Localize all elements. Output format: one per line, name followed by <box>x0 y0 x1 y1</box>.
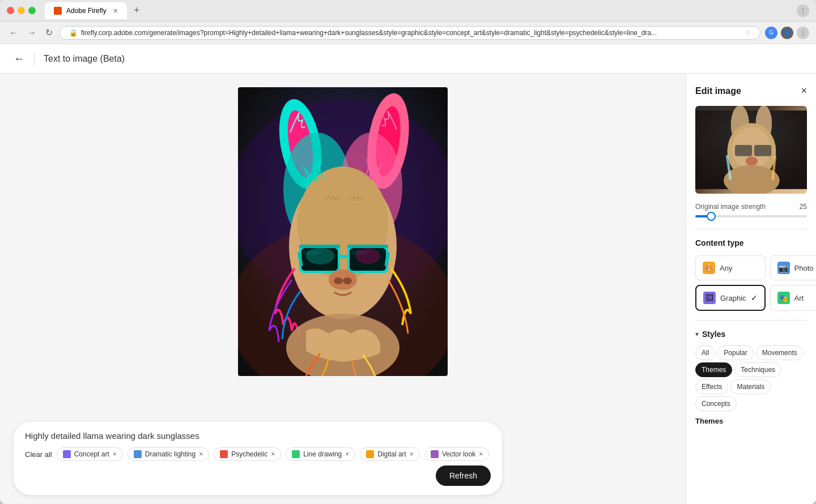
prompt-text[interactable]: Highly detailed llama wearing dark sungl… <box>25 431 491 441</box>
tab-close-icon[interactable]: × <box>113 6 118 15</box>
tab-bar: Adobe Firefly × + <box>45 2 792 19</box>
svg-point-16 <box>355 248 380 264</box>
style-tab-concepts[interactable]: Concepts <box>695 396 737 411</box>
svg-point-22 <box>329 270 357 290</box>
remove-concept-art-tag[interactable]: × <box>113 450 117 458</box>
panel-title: Edit image <box>695 86 741 96</box>
image-area: ✦ Highly detailed llama wearing dark sun… <box>0 74 686 504</box>
new-tab-button[interactable]: + <box>129 5 144 16</box>
page-title: Text to image (Beta) <box>44 54 125 64</box>
remove-line-drawing-tag[interactable]: × <box>345 450 349 458</box>
slider-value: 25 <box>800 203 807 211</box>
photo-icon: 📷 <box>777 262 790 274</box>
styles-section: ▾ Styles All Popular Movements Themes Te… <box>695 330 807 425</box>
browser-window: Adobe Firefly × + ⋮ ← → ↻ 🔒 firefly.corp… <box>0 0 816 504</box>
svg-rect-33 <box>735 145 752 156</box>
art-label: Art <box>794 294 804 302</box>
vector-look-icon <box>431 450 439 458</box>
svg-point-15 <box>306 247 334 264</box>
line-drawing-icon <box>292 450 300 458</box>
prompt-section: Highly detailed llama wearing dark sungl… <box>0 413 516 504</box>
tag-concept-art: Concept art × <box>57 447 123 461</box>
svg-point-24 <box>343 277 352 284</box>
content-type-section: Content type 🎨 Any 📷 Photo 🖼 Graphic ✓ <box>695 238 807 311</box>
remove-digital-art-tag[interactable]: × <box>410 450 414 458</box>
any-label: Any <box>720 264 732 272</box>
slider-thumb[interactable] <box>707 212 716 221</box>
svg-point-23 <box>334 277 343 284</box>
remove-vector-look-tag[interactable]: × <box>479 450 483 458</box>
slider-section: Original image strength 25 <box>695 203 807 217</box>
tag-concept-art-label: Concept art <box>74 450 109 458</box>
photo-label: Photo <box>794 264 814 272</box>
content-type-any[interactable]: 🎨 Any <box>695 255 766 280</box>
style-tab-themes[interactable]: Themes <box>695 362 732 377</box>
content-type-art[interactable]: 🎭 Art <box>770 285 816 311</box>
panel-close-button[interactable]: × <box>801 85 807 97</box>
svg-rect-17 <box>340 255 348 258</box>
chevron-down-icon[interactable]: ▾ <box>695 330 699 338</box>
active-tab[interactable]: Adobe Firefly × <box>45 2 127 19</box>
close-traffic-light[interactable] <box>7 7 14 14</box>
browser-menu-button[interactable]: ⋮ <box>797 5 809 17</box>
app-back-button[interactable]: ← <box>14 52 25 65</box>
clear-all-button[interactable]: Clear all <box>25 450 52 459</box>
thumbnail-image <box>695 106 807 194</box>
refresh-button[interactable]: Refresh <box>436 465 491 486</box>
minimize-traffic-light[interactable] <box>18 7 25 14</box>
generated-image: ✦ <box>238 87 448 376</box>
remove-dramatic-lighting-tag[interactable]: × <box>199 450 203 458</box>
browser-settings-button[interactable]: ⋮ <box>797 27 809 39</box>
content-type-grid: 🎨 Any 📷 Photo 🖼 Graphic ✓ 🎭 Art <box>695 255 807 311</box>
styles-divider <box>695 320 807 321</box>
svg-rect-34 <box>754 145 771 156</box>
style-tab-materials[interactable]: Materials <box>730 379 771 394</box>
styles-title: Styles <box>702 330 725 339</box>
app-header: ← Text to image (Beta) <box>0 44 816 74</box>
tag-dramatic-lighting-label: Dramatic lighting <box>145 450 196 458</box>
content-type-title: Content type <box>695 238 807 247</box>
profile-button[interactable]: 👤 <box>781 27 793 39</box>
extensions-button[interactable]: G <box>765 27 777 39</box>
bookmark-icon[interactable]: ☆ <box>745 29 751 37</box>
style-tab-techniques[interactable]: Techniques <box>734 362 781 377</box>
style-tab-popular[interactable]: Popular <box>717 345 753 360</box>
graphic-check-icon: ✓ <box>751 293 758 302</box>
tag-vector-look: Vector look × <box>424 447 489 461</box>
edit-panel: Edit image × <box>686 74 816 504</box>
prompt-container: Highly detailed llama wearing dark sungl… <box>14 422 502 495</box>
tag-psychedelic: Psychedelic × <box>214 447 281 461</box>
tag-psychedelic-label: Psychedelic <box>231 450 267 458</box>
content-type-photo[interactable]: 📷 Photo <box>770 255 816 280</box>
fullscreen-traffic-light[interactable] <box>28 7 36 14</box>
styles-header: ▾ Styles <box>695 330 807 339</box>
header-divider <box>34 52 35 66</box>
content-divider <box>695 229 807 229</box>
psychedelic-icon <box>220 450 228 458</box>
slider-label-row: Original image strength 25 <box>695 203 807 211</box>
forward-nav-button[interactable]: → <box>25 25 39 40</box>
title-bar: Adobe Firefly × + ⋮ <box>0 0 816 22</box>
any-icon: 🎨 <box>703 262 715 274</box>
svg-rect-19 <box>347 245 388 248</box>
style-tab-all[interactable]: All <box>695 345 715 360</box>
tag-dramatic-lighting: Dramatic lighting × <box>128 447 209 461</box>
remove-psychedelic-tag[interactable]: × <box>271 450 275 458</box>
style-tab-effects[interactable]: Effects <box>695 379 728 394</box>
address-bar: ← → ↻ 🔒 firefly.corp.adobe.com/generate/… <box>0 22 816 44</box>
panel-header: Edit image × <box>695 85 807 97</box>
back-nav-button[interactable]: ← <box>7 25 20 40</box>
art-icon: 🎭 <box>777 292 790 304</box>
slider-label: Original image strength <box>695 203 766 211</box>
concept-art-icon <box>63 450 71 458</box>
url-bar[interactable]: 🔒 firefly.corp.adobe.com/generate/images… <box>60 26 760 40</box>
main-content: ✦ Highly detailed llama wearing dark sun… <box>0 74 816 504</box>
tag-vector-look-label: Vector look <box>442 450 475 458</box>
slider-track[interactable] <box>695 215 807 217</box>
content-type-graphic[interactable]: 🖼 Graphic ✓ <box>695 285 766 311</box>
tag-digital-art-label: Digital art <box>377 450 406 458</box>
tags-row: Clear all Concept art × Dramatic lightin… <box>25 447 491 486</box>
reload-button[interactable]: ↻ <box>43 25 55 40</box>
tag-line-drawing-label: Line drawing <box>303 450 342 458</box>
style-tab-movements[interactable]: Movements <box>756 345 804 360</box>
